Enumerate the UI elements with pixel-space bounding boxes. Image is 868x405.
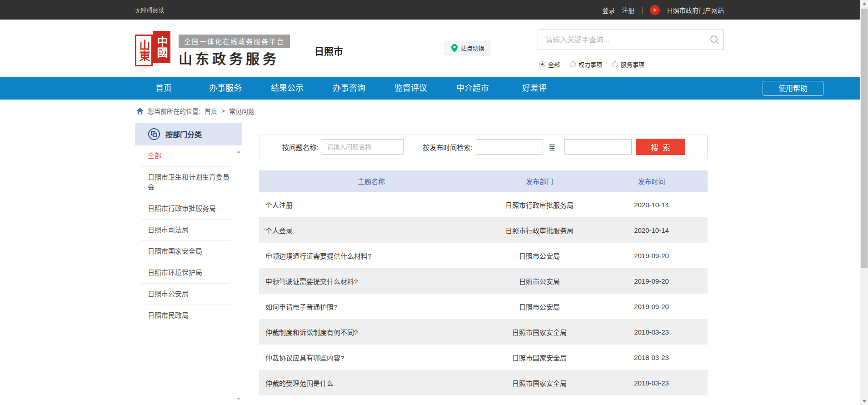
nav-item[interactable]: 监督评议 — [384, 77, 438, 100]
department-list-item[interactable]: 日照市民政局 — [141, 305, 230, 326]
radio-circle-icon — [539, 61, 545, 67]
main-content: 按问题名称: 按发布时间检索: 至 搜 索 主题名称 发布部门 发布时间 个人注… — [259, 135, 708, 395]
seal-right-glyphs: 中國 — [153, 31, 170, 63]
publish-date-label: 按发布时间检索: — [423, 142, 472, 152]
topbar-divider: | — [641, 6, 643, 14]
table-row[interactable]: 申领边境通行证需要提供什么材料? 日照市公安局 2019-09-20 — [259, 243, 708, 268]
department-cell: 日照市公安局 — [484, 251, 595, 260]
department-list-item[interactable]: 日照市公安局 — [141, 284, 230, 305]
radio-label: 服务事项 — [621, 60, 644, 69]
register-link[interactable]: 注册 — [622, 5, 634, 15]
question-name-label: 按问题名称: — [282, 142, 318, 152]
breadcrumb-current: 常见问题 — [229, 106, 254, 115]
question-title-cell: 如何申请电子普通护照? — [259, 302, 484, 311]
scrollbar-thumb[interactable] — [861, 9, 868, 268]
accessibility-link[interactable]: 无障碍阅读 — [135, 5, 165, 14]
table-row[interactable]: 仲裁协议应具有哪些内容? 日照市国家安全局 2018-03-23 — [259, 345, 708, 370]
radio-label: 全部 — [548, 60, 560, 69]
date-cell: 2020-10-14 — [595, 226, 708, 234]
seal-left-glyphs: 山東 — [135, 35, 153, 66]
date-cell: 2018-03-23 — [595, 328, 708, 336]
scrollbar-up-icon[interactable] — [860, 0, 868, 7]
search-scope-radio[interactable]: 权力事项 — [570, 60, 602, 69]
breadcrumb-prefix: 您当前所在的位置: — [148, 106, 200, 115]
date-cell: 2020-10-14 — [595, 201, 708, 209]
department-cell: 日照市公安局 — [484, 302, 595, 311]
breadcrumb: 您当前所在的位置: 首页 > 常见问题 — [0, 100, 868, 122]
table-row[interactable]: 个人注册 日照市行政审批服务局 2020-10-14 — [259, 192, 708, 217]
department-list-item[interactable]: 日照市国家安全局 — [141, 241, 230, 262]
sidebar-scroll-down-icon[interactable] — [236, 396, 241, 402]
col-header-department: 发布部门 — [484, 176, 595, 186]
location-pin-icon — [451, 44, 458, 52]
department-list-item[interactable]: 日照市卫生和计划生育委员会 — [141, 167, 230, 198]
search-scope-radio[interactable]: 全部 — [539, 60, 560, 69]
table-row[interactable]: 如何申请电子普通护照? 日照市公安局 2019-09-20 — [259, 294, 708, 319]
question-title-cell: 仲裁制度和诉讼制度有何不同? — [259, 327, 484, 337]
page-scrollbar[interactable] — [860, 0, 868, 405]
search-scope-radios: 全部 权力事项 服务事项 — [539, 60, 644, 69]
department-cell: 日照市行政审批服务局 — [484, 225, 595, 235]
table-row[interactable]: 仲裁的受理范围是什么 日照市国家安全局 2018-03-23 — [259, 370, 708, 395]
search-button[interactable]: 搜 索 — [636, 139, 685, 155]
login-link[interactable]: 登录 — [602, 5, 615, 15]
search-scope-radio[interactable]: 服务事项 — [612, 60, 644, 69]
table-row[interactable]: 申领驾驶证需要提交什么材料? 日照市公安局 2019-09-20 — [259, 268, 708, 294]
sidebar-title: 按部门分类 — [165, 129, 202, 140]
radio-circle-icon — [570, 61, 576, 67]
nav-item[interactable]: 好差评 — [507, 77, 562, 100]
date-to-input[interactable] — [564, 139, 632, 155]
sidebar-scroll-up-icon[interactable] — [236, 149, 241, 155]
question-title-cell: 仲裁的受理范围是什么 — [259, 378, 484, 388]
site-switch-label: 站点切换 — [461, 44, 484, 52]
table-header-row: 主题名称 发布部门 发布时间 — [259, 170, 708, 192]
scrollbar-down-icon[interactable] — [860, 398, 868, 405]
department-list-item[interactable]: 日照市环境保护局 — [141, 262, 230, 284]
department-list-item[interactable]: 全部 — [141, 145, 230, 167]
top-utility-bar: 无障碍阅读 登录 注册 | ★ 日照市政府门户网站 — [0, 0, 868, 20]
question-title-cell: 个人登录 — [259, 225, 484, 235]
date-cell: 2019-09-20 — [595, 252, 708, 260]
date-cell: 2018-03-23 — [595, 379, 708, 387]
questions-table: 主题名称 发布部门 发布时间 个人注册 日照市行政审批服务局 2020-10-1… — [259, 170, 708, 395]
col-header-date: 发布时间 — [595, 176, 708, 186]
help-button[interactable]: 使用帮助 — [763, 81, 823, 96]
question-filter-panel: 按问题名称: 按发布时间检索: 至 搜 索 — [259, 135, 708, 159]
main-navigation: 首页办事服务结果公示办事咨询监督评议中介超市好差评 使用帮助 — [0, 77, 868, 100]
sidebar-header: 按部门分类 — [135, 123, 242, 145]
search-icon[interactable] — [710, 35, 720, 45]
department-cell: 日照市行政审批服务局 — [484, 200, 595, 210]
site-switch-button[interactable]: 站点切换 — [444, 41, 491, 55]
department-cell: 日照市公安局 — [484, 276, 595, 286]
department-cell: 日照市国家安全局 — [484, 327, 595, 337]
question-title-cell: 个人注册 — [259, 200, 484, 210]
date-from-input[interactable] — [476, 139, 543, 155]
question-name-input[interactable] — [322, 139, 404, 155]
date-cell: 2019-09-20 — [595, 303, 708, 310]
date-cell: 2019-09-20 — [595, 277, 708, 285]
site-header: 山東 中國 全国一体化在线政务服务平台 山东政务服务 日照市 站点切换 全部 权… — [0, 20, 868, 77]
shandong-seal-logo[interactable]: 山東 中國 — [135, 31, 170, 66]
department-sidebar: 按部门分类 全部日照市卫生和计划生育委员会日照市行政审批服务局日照市司法局日照市… — [135, 123, 242, 405]
nav-item[interactable]: 办事服务 — [198, 77, 253, 100]
keyword-search-box — [538, 30, 724, 50]
date-cell: 2018-03-23 — [595, 354, 708, 361]
question-title-cell: 仲裁协议应具有哪些内容? — [259, 353, 484, 362]
date-to-label: 至 — [549, 142, 555, 152]
government-portal-link[interactable]: 日照市政府门户网站 — [667, 5, 724, 15]
department-list-item[interactable]: 日照市行政审批服务局 — [141, 198, 230, 220]
nav-item[interactable]: 中介超市 — [445, 77, 500, 100]
nav-item[interactable]: 办事咨询 — [322, 77, 376, 100]
nav-item[interactable]: 首页 — [136, 77, 191, 100]
keyword-search-input[interactable] — [538, 30, 723, 50]
breadcrumb-home-link[interactable]: 首页 — [205, 106, 217, 115]
question-title-cell: 申领边境通行证需要提供什么材料? — [259, 251, 484, 260]
table-row[interactable]: 仲裁制度和诉讼制度有何不同? 日照市国家安全局 2018-03-23 — [259, 319, 708, 345]
department-cell: 日照市国家安全局 — [484, 353, 595, 362]
department-list-item[interactable]: 日照市司法局 — [141, 220, 230, 241]
table-row[interactable]: 个人登录 日照市行政审批服务局 2020-10-14 — [259, 217, 708, 243]
nav-item[interactable]: 结果公示 — [260, 77, 314, 100]
department-cell: 日照市国家安全局 — [484, 378, 595, 388]
national-emblem-icon: ★ — [650, 5, 660, 15]
radio-label: 权力事项 — [579, 60, 602, 69]
